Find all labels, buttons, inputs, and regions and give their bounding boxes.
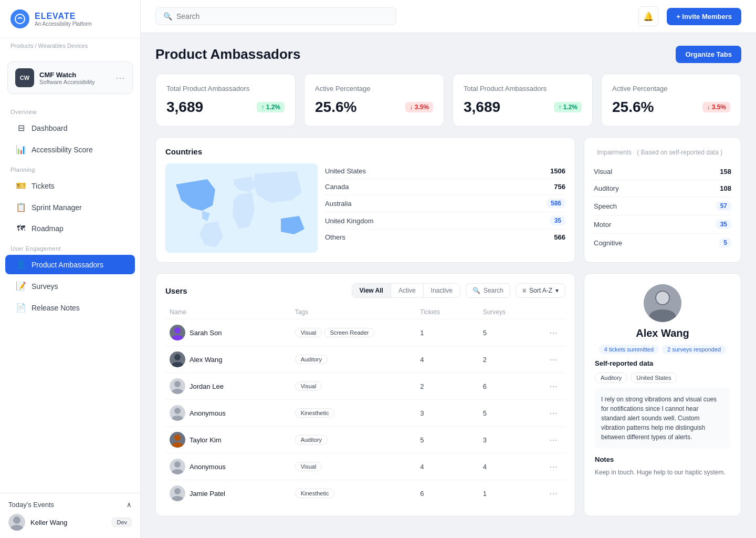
country-count: 1506 (550, 167, 565, 175)
survey-count: 3 (483, 436, 545, 444)
device-name: CMF Watch (39, 71, 110, 79)
impairment-row-speech: Speech 57 (594, 197, 731, 215)
filter-active[interactable]: Active (391, 284, 424, 297)
svg-point-11 (172, 416, 183, 421)
stat-card-3: Active Percentage 25.6% ↓ 3.5% (601, 74, 741, 127)
impairment-name: Auditory (594, 184, 720, 192)
world-map (165, 163, 318, 253)
event-avatar (8, 514, 25, 531)
device-card[interactable]: CW CMF Watch Software Accessibility ⋯ (7, 61, 133, 94)
sidebar-item-label: Surveys (32, 282, 58, 291)
svg-point-9 (172, 389, 183, 394)
chevron-up-icon: ∧ (127, 501, 132, 509)
col-tickets: Tickets (420, 308, 482, 316)
today-events-toggle[interactable]: Today's Events ∧ (8, 501, 132, 509)
country-name: Canada (325, 183, 349, 191)
profile-badges: 4 tickets summitted 2 surveys responded (599, 345, 726, 354)
users-table: Name Tags Tickets Surveys Sarah Son (165, 305, 565, 506)
tickets-icon: 🎫 (16, 181, 26, 191)
stat-card-2: Total Product Ambassadors 3,689 ↑ 1.2% (453, 74, 593, 127)
device-menu-icon[interactable]: ⋯ (116, 72, 125, 84)
tag-cell: Visual (295, 462, 421, 471)
sidebar-item-dashboard[interactable]: ⊟ Dashboard (5, 118, 135, 138)
tag: Visual (295, 328, 322, 337)
stats-row: Total Product Ambassadors 3,689 ↑ 1.2% A… (155, 74, 741, 127)
users-search[interactable]: 🔍 Search (466, 283, 510, 298)
table-row: Jamie Patel Kinesthetic 6 1 ⋯ (165, 480, 565, 506)
self-reported-title: Self-reported data (595, 359, 730, 367)
sidebar-bottom: Today's Events ∧ Keller Wang Dev (0, 493, 140, 538)
sidebar-item-accessibility-score[interactable]: 📊 Accessibility Score (5, 140, 135, 159)
ticket-count: 2 (420, 382, 482, 390)
user-avatar (170, 378, 185, 394)
table-row: Alex Wang Auditory 4 2 ⋯ (165, 346, 565, 373)
impairment-name: Cognitive (594, 239, 719, 247)
country-row-others: Others 566 (325, 230, 565, 245)
row-menu-icon[interactable]: ⋯ (545, 435, 561, 445)
table-row: Sarah Son Visual Screen Reader 1 5 ⋯ (165, 319, 565, 346)
app-subtitle: An Accessibility Platform (35, 21, 92, 27)
search-input[interactable] (176, 12, 388, 20)
user-name-cell: Sarah Son (170, 325, 295, 340)
row-menu-icon[interactable]: ⋯ (545, 408, 561, 418)
svg-point-4 (174, 327, 181, 334)
user-name: Jamie Patel (190, 490, 225, 498)
tag-cell: Auditory (295, 355, 421, 364)
profile-tag-auditory: Auditory (595, 373, 627, 383)
svg-point-2 (10, 525, 23, 531)
countries-card: Countries (155, 137, 575, 263)
surveys-icon: 📝 (16, 281, 26, 291)
filter-view-all[interactable]: View All (352, 284, 391, 297)
profile-card: Alex Wang 4 tickets summitted 2 surveys … (584, 273, 741, 516)
table-row: Anonymous Visual 4 4 ⋯ (165, 453, 565, 480)
svg-point-5 (172, 335, 183, 340)
tag-cell: Auditory (295, 435, 421, 444)
organize-tabs-button[interactable]: Organize Tabs (676, 46, 741, 63)
stat-value-3: 25.6% (612, 99, 654, 116)
impairment-row-visual: Visual 158 (594, 163, 731, 180)
country-row-au: Australia 586 (325, 195, 565, 212)
row-menu-icon[interactable]: ⋯ (545, 355, 561, 365)
stat-value-1: 25.6% (315, 99, 356, 116)
row-menu-icon[interactable]: ⋯ (545, 462, 561, 472)
sidebar-item-release-notes[interactable]: 📄 Release Notes (5, 298, 135, 317)
tag: Kinesthetic (295, 489, 335, 498)
stat-badge-1: ↓ 3.5% (405, 102, 433, 112)
impairments-card: Impairments ( Based on self-reported dat… (584, 137, 741, 263)
stat-label-0: Total Product Ambassadors (166, 85, 285, 92)
invite-members-button[interactable]: + Invite Members (667, 8, 741, 25)
col-name: Name (170, 308, 295, 316)
page-title: Product Ambassadors (155, 46, 300, 63)
row-menu-icon[interactable]: ⋯ (545, 381, 561, 391)
user-name: Alex Wang (190, 356, 222, 364)
row-menu-icon[interactable]: ⋯ (545, 328, 561, 338)
sidebar-item-product-ambassadors[interactable]: 👤 Product Ambassadors (5, 255, 135, 274)
sidebar-item-surveys[interactable]: 📝 Surveys (5, 276, 135, 296)
user-name-cell: Taylor Kim (170, 432, 295, 448)
filter-inactive[interactable]: Inactive (424, 284, 460, 297)
profile-notes-title: Notes (595, 456, 730, 463)
sidebar-item-sprint-manager[interactable]: 📋 Sprint Manager (5, 198, 135, 217)
stat-value-2: 3,689 (464, 99, 500, 116)
tag-cell: Visual Screen Reader (295, 328, 421, 337)
data-section: Countries (155, 137, 741, 263)
page-header: Product Ambassadors Organize Tabs (155, 46, 741, 63)
sort-icon: ≡ (522, 287, 526, 294)
search-label: Search (484, 287, 503, 294)
svg-point-12 (174, 434, 181, 441)
row-menu-icon[interactable]: ⋯ (545, 489, 561, 499)
search-bar[interactable]: 🔍 (155, 7, 396, 25)
tag: Visual (295, 462, 322, 471)
notification-button[interactable]: 🔔 (638, 6, 658, 26)
profile-surveys-badge: 2 surveys responded (662, 345, 726, 354)
sidebar-item-roadmap[interactable]: 🗺 Roadmap (5, 219, 135, 238)
planning-section-label: Planning (0, 160, 140, 175)
country-row-us: United States 1506 (325, 163, 565, 179)
country-name: United Kingdom (325, 217, 374, 225)
users-sort[interactable]: ≡ Sort A-Z ▾ (516, 283, 565, 298)
sidebar-item-tickets[interactable]: 🎫 Tickets (5, 176, 135, 195)
ambassadors-icon: 👤 (16, 260, 26, 270)
dashboard-icon: ⊟ (16, 123, 26, 133)
profile-tags: Auditory United States (595, 373, 730, 383)
event-name: Keller Wang (30, 519, 107, 526)
